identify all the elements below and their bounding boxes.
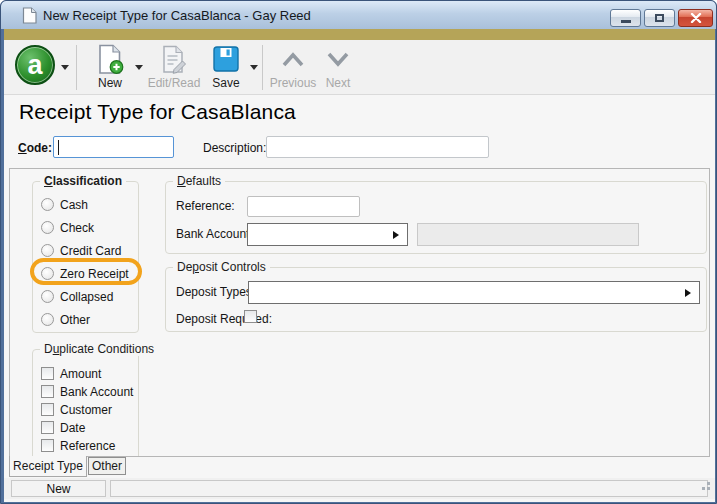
window: New Receipt Type for CasaBlanca - Gay Re…: [0, 0, 717, 504]
reference-input[interactable]: [247, 196, 360, 217]
app-logo-button[interactable]: a: [15, 45, 55, 85]
form-area: Receipt Type for CasaBlanca Code: Descri…: [4, 95, 715, 502]
radio-icon[interactable]: [41, 221, 54, 234]
reference-label: Reference:: [176, 199, 235, 213]
window-title: New Receipt Type for CasaBlanca - Gay Re…: [43, 8, 311, 23]
deposit-controls-title: Deposit Controls: [173, 260, 270, 274]
bank-account-label: Bank Account:: [176, 227, 253, 241]
checkbox-icon[interactable]: [41, 439, 54, 452]
classification-group: Classification Cash Check Credit Card: [32, 181, 139, 333]
description-label: Description:: [203, 141, 266, 155]
radio-option-other[interactable]: Other: [33, 312, 138, 327]
page-title: Receipt Type for CasaBlanca: [19, 100, 296, 124]
accent-bar: [4, 29, 715, 40]
checkbox-option-date[interactable]: Date: [33, 420, 138, 435]
save-dropdown-icon[interactable]: [250, 65, 258, 70]
save-icon: [213, 42, 239, 76]
radio-icon[interactable]: [41, 290, 54, 303]
resize-grip[interactable]: [707, 487, 710, 490]
edit-read-button[interactable]: Edit/Read: [146, 42, 202, 93]
close-icon: [690, 13, 702, 23]
duplicate-conditions-title: Duplicate Conditions: [40, 342, 158, 356]
deposit-required-checkbox[interactable]: [244, 310, 257, 323]
checkbox-icon[interactable]: [41, 403, 54, 416]
radio-label: Cash: [60, 198, 88, 212]
title-bar: New Receipt Type for CasaBlanca - Gay Re…: [1, 1, 716, 29]
code-label: Code:: [18, 141, 52, 155]
radio-option-credit-card[interactable]: Credit Card: [33, 243, 138, 258]
checkbox-label: Amount: [60, 367, 101, 381]
checkbox-option-bank-account[interactable]: Bank Account: [33, 384, 138, 399]
close-button[interactable]: [678, 9, 713, 27]
toolbar-separator: [76, 45, 77, 90]
chevron-up-icon: [281, 42, 305, 76]
deposit-types-label: Deposit Types:: [176, 285, 255, 299]
radio-label: Other: [60, 313, 90, 327]
bank-account-combo[interactable]: [247, 223, 408, 246]
defaults-title: Defaults: [173, 174, 225, 188]
radio-label: Credit Card: [60, 244, 121, 258]
status-bar: New: [4, 478, 715, 499]
checkbox-label: Date: [60, 421, 85, 435]
combo-arrow-icon[interactable]: [393, 231, 399, 239]
duplicate-conditions-group: Duplicate Conditions Amount Bank Account: [32, 349, 139, 457]
toolbar-separator: [262, 45, 263, 90]
status-message-panel: [110, 480, 708, 497]
maximize-icon: [655, 14, 664, 22]
new-document-icon: [97, 42, 124, 76]
deposit-types-combo[interactable]: [248, 281, 700, 304]
maximize-button[interactable]: [644, 9, 675, 27]
checkbox-label: Bank Account: [60, 385, 133, 399]
radio-label: Zero Receipt: [60, 267, 129, 281]
description-input[interactable]: [266, 136, 489, 158]
radio-icon[interactable]: [41, 313, 54, 326]
duplicate-conditions-options: Amount Bank Account Customer Date: [33, 350, 138, 457]
radio-label: Collapsed: [60, 290, 113, 304]
client-area: a New: [4, 29, 715, 502]
defaults-group: Defaults Reference: Bank Account:: [165, 181, 707, 254]
checkbox-icon[interactable]: [41, 385, 54, 398]
status-mode-panel: New: [11, 480, 106, 497]
radio-icon[interactable]: [41, 198, 54, 211]
next-button[interactable]: Next: [320, 42, 356, 93]
chevron-down-icon: [326, 42, 350, 76]
combo-arrow-icon[interactable]: [685, 289, 691, 297]
tab-receipt-type[interactable]: Receipt Type: [9, 456, 87, 477]
checkbox-option-reference[interactable]: Reference: [33, 438, 138, 453]
edit-read-button-label: Edit/Read: [148, 76, 201, 90]
checkbox-option-customer[interactable]: Customer: [33, 402, 138, 417]
toolbar: a New: [4, 40, 715, 95]
radio-icon[interactable]: [41, 267, 54, 280]
new-button[interactable]: New: [86, 42, 134, 93]
document-icon: [22, 7, 37, 28]
radio-option-cash[interactable]: Cash: [33, 197, 138, 212]
app-menu-dropdown-icon[interactable]: [61, 65, 69, 70]
classification-title: Classification: [40, 174, 126, 188]
previous-button[interactable]: Previous: [268, 42, 318, 93]
radio-icon[interactable]: [41, 244, 54, 257]
code-input[interactable]: [53, 136, 174, 158]
deposit-required-label: Deposit Required:: [176, 312, 272, 326]
bank-account-display: [417, 223, 639, 246]
save-button-label: Save: [212, 76, 239, 90]
text-caret: [58, 140, 59, 155]
radio-label: Check: [60, 221, 94, 235]
checkbox-icon[interactable]: [41, 421, 54, 434]
checkbox-icon[interactable]: [41, 367, 54, 380]
radio-option-check[interactable]: Check: [33, 220, 138, 235]
new-dropdown-icon[interactable]: [135, 65, 143, 70]
checkbox-option-amount[interactable]: Amount: [33, 366, 138, 381]
tab-page-panel: Classification Cash Check Credit Card: [9, 168, 710, 457]
checkbox-label: Reference: [60, 439, 115, 453]
radio-option-collapsed[interactable]: Collapsed: [33, 289, 138, 304]
minimize-button[interactable]: [610, 9, 641, 27]
classification-options: Cash Check Credit Card Zero Receipt: [33, 182, 138, 327]
new-button-label: New: [98, 76, 122, 90]
next-button-label: Next: [326, 76, 351, 90]
app-logo-letter: a: [27, 52, 42, 79]
tab-other[interactable]: Other: [88, 457, 126, 475]
save-button[interactable]: Save: [204, 42, 248, 93]
checkbox-label: Customer: [60, 403, 112, 417]
minimize-icon: [621, 20, 631, 23]
radio-option-zero-receipt[interactable]: Zero Receipt: [33, 266, 138, 281]
